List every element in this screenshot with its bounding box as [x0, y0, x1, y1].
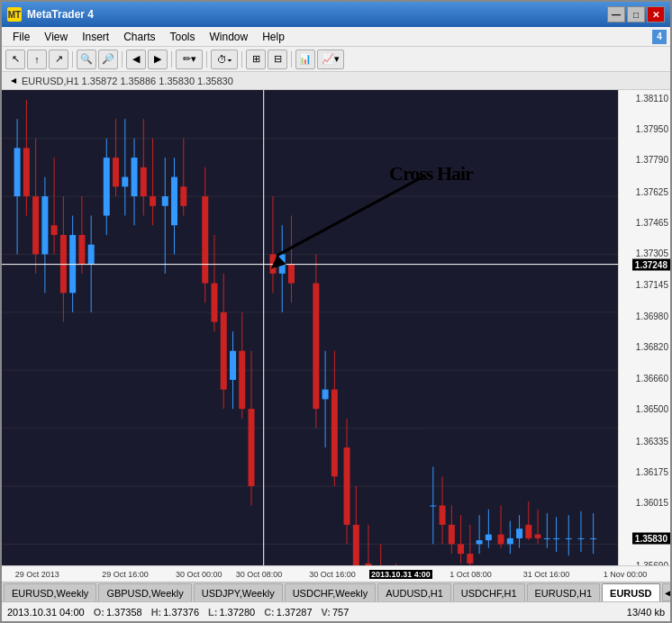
toolbar-sep-5	[241, 51, 242, 68]
tab-usdjpy-weekly[interactable]: USDJPY,Weekly	[194, 583, 283, 601]
chart-area: ◀ EURUSD,H1 1.35872 1.35886 1.35830 1.35…	[2, 72, 670, 582]
time-label: 30 Oct 08:00	[236, 570, 283, 579]
price-label: 1.36980	[636, 312, 668, 321]
close-button[interactable]: ✕	[647, 6, 665, 23]
price-label: 1.36660	[636, 373, 668, 383]
price-label: 1.38110	[636, 93, 668, 103]
status-high: H: 1.37376	[151, 607, 199, 618]
menu-charts[interactable]: Charts	[116, 29, 162, 45]
current-price-label: 1.35830	[632, 532, 670, 544]
time-label: 1 Nov 00:00	[604, 570, 648, 579]
status-open: O: 1.37358	[94, 607, 142, 618]
time-axis: 29 Oct 201329 Oct 16:0030 Oct 00:0030 Oc…	[2, 565, 670, 582]
price-label: 1.37465	[636, 218, 668, 228]
tab-gbpusd-weekly[interactable]: GBPUSD,Weekly	[98, 583, 191, 601]
time-label: 1 Oct 08:00	[450, 570, 492, 579]
toolbar-btn-templates[interactable]: ⊟	[268, 50, 287, 69]
status-bar: 2013.10.31 04:00 O: 1.37358 H: 1.37376 L…	[2, 601, 670, 621]
toolbar-btn-time[interactable]: ⏱▾	[211, 50, 238, 69]
price-label: 1.37790	[636, 155, 668, 165]
toolbar-btn-up[interactable]: ↑	[27, 50, 47, 69]
toolbar-btn-arrow[interactable]: ↖	[5, 50, 25, 69]
chart-canvas-wrapper: Cross Hair 1.381101.379501.377901.376251…	[2, 90, 670, 565]
price-label: 1.37625	[636, 186, 668, 196]
toolbar-btn-zoomout[interactable]: 🔎	[98, 50, 118, 69]
toolbar-btn-back[interactable]: ◀	[126, 50, 146, 69]
app-icon: MT	[7, 7, 22, 22]
toolbar-badge: 4	[652, 30, 667, 44]
menu-file[interactable]: File	[5, 29, 37, 45]
toolbar-sep-2	[122, 51, 123, 68]
time-label: 31 Oct 16:00	[523, 570, 570, 579]
menu-view[interactable]: View	[37, 29, 75, 45]
tab-eurusd-h1[interactable]: EURUSD,H1	[527, 583, 601, 601]
price-label: 1.36820	[636, 342, 668, 352]
tab-usdchf-h1[interactable]: USDCHF,H1	[453, 583, 525, 601]
time-label: 30 Oct 00:00	[176, 570, 222, 579]
menu-window[interactable]: Window	[203, 29, 256, 45]
chart-canvas[interactable]	[2, 90, 618, 565]
status-low: L: 1.37280	[208, 607, 255, 618]
toolbar-btn-fwd[interactable]: ▶	[148, 50, 168, 69]
status-datetime: 2013.10.31 04:00	[7, 607, 85, 618]
title-bar: MT MetaTrader 4 — □ ✕	[2, 2, 670, 27]
chart-symbol-info: EURUSD,H1 1.35872 1.35886 1.35830 1.3583…	[22, 76, 233, 86]
toolbar-btn-zoomin[interactable]: 🔍	[77, 50, 96, 69]
tab-eurusd[interactable]: EURUSD	[602, 583, 659, 601]
maximize-button[interactable]: □	[627, 6, 645, 23]
tab-audusd-h1[interactable]: AUDUSD,H1	[377, 583, 451, 601]
toolbar-btn-chart2[interactable]: 📈▾	[317, 50, 344, 69]
main-window: MT MetaTrader 4 — □ ✕ File View Insert C…	[0, 0, 672, 623]
menu-bar: File View Insert Charts Tools Window Hel…	[2, 27, 670, 47]
tab-scroll-left[interactable]: ◀	[662, 583, 670, 601]
toolbar-sep-4	[206, 51, 207, 68]
toolbar-sep-3	[171, 51, 172, 68]
tab-usdchf-weekly[interactable]: USDCHF,Weekly	[285, 583, 377, 601]
chart-nav-left[interactable]: ◀	[7, 75, 20, 87]
toolbar-btn-draw[interactable]: ✏▾	[176, 50, 203, 69]
status-close: C: 1.37287	[264, 607, 312, 618]
toolbar-sep-6	[291, 51, 292, 68]
toolbar-btn-cursor[interactable]: ↗	[49, 50, 68, 69]
price-label: 1.36500	[636, 404, 668, 414]
price-label: 1.37145	[636, 279, 668, 289]
chart-header: ◀ EURUSD,H1 1.35872 1.35886 1.35830 1.35…	[2, 72, 670, 90]
status-volume: V: 757	[322, 607, 350, 618]
toolbar: ↖ ↑ ↗ 🔍 🔎 ◀ ▶ ✏▾ ⏱▾ ⊞ ⊟ 📊 📈▾	[2, 47, 670, 72]
price-axis: 1.381101.379501.377901.376251.374651.373…	[618, 90, 670, 565]
price-label: 1.36335	[636, 436, 668, 446]
toolbar-btn-grid[interactable]: ⊞	[246, 50, 266, 69]
chart-main[interactable]: Cross Hair	[2, 90, 618, 565]
price-label: 1.37950	[636, 123, 668, 133]
time-label: 29 Oct 2013	[15, 570, 59, 579]
time-label: 2013.10.31 4:00	[369, 570, 432, 579]
menu-help[interactable]: Help	[255, 29, 292, 45]
menu-tools[interactable]: Tools	[163, 29, 203, 45]
title-bar-title: MetaTrader 4	[27, 8, 607, 21]
toolbar-btn-chart[interactable]: 📊	[295, 50, 315, 69]
time-label: 30 Oct 16:00	[309, 570, 356, 579]
crosshair-price-label: 1.37248	[632, 258, 670, 270]
toolbar-sep-1	[72, 51, 73, 68]
price-label: 1.36175	[636, 466, 668, 476]
minimize-button[interactable]: —	[607, 6, 625, 23]
price-label: 1.36015	[636, 498, 668, 508]
status-size: 13/40 kb	[627, 607, 665, 618]
menu-insert[interactable]: Insert	[75, 29, 116, 45]
tab-eurusd-weekly[interactable]: EURUSD,Weekly	[4, 583, 96, 601]
tabs-bar: EURUSD,Weekly GBPUSD,Weekly USDJPY,Weekl…	[2, 582, 670, 601]
price-label: 1.37305	[636, 248, 668, 258]
title-bar-controls: — □ ✕	[607, 6, 665, 23]
time-label: 29 Oct 16:00	[102, 570, 149, 579]
